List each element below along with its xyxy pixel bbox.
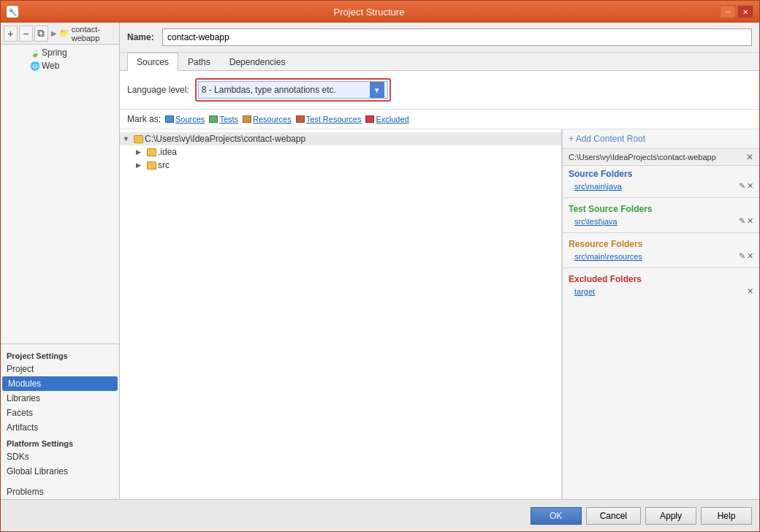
resource-folder-row: src\main\resources ✎ ✕	[569, 251, 753, 262]
title-bar-left: 🔧	[7, 6, 18, 18]
mark-tests-button[interactable]: Tests	[209, 115, 238, 123]
file-tree-src[interactable]: ▶ src	[120, 159, 561, 172]
test-folders-title: Test Source Folders	[569, 204, 753, 214]
sidebar-toolbar: + − ⧉ ▶ 📁 contact-webapp	[1, 23, 119, 45]
src-folder-icon	[147, 162, 156, 170]
file-tree-idea[interactable]: ▶ .idea	[120, 145, 561, 159]
content-roots-panel: + Add Content Root C:\Users\vy\IdeaProje…	[562, 129, 759, 499]
test-folder-row: src\test\java ✎ ✕	[569, 216, 753, 227]
resources-icon	[243, 115, 251, 123]
excluded-folders-title: Excluded Folders	[569, 274, 753, 284]
file-tree: ▼ C:\Users\vy\IdeaProjects\contact-webap…	[120, 129, 562, 499]
module-name: contact-webapp	[72, 25, 116, 42]
platform-settings-section-label: Platform Settings	[1, 435, 119, 449]
tab-sources[interactable]: Sources	[127, 53, 178, 71]
ok-button[interactable]: OK	[531, 507, 582, 525]
content-roots-header: + Add Content Root	[563, 129, 759, 149]
root-path-label: C:\Users\vy\IdeaProjects\contact-webapp	[145, 134, 305, 144]
excluded-folder-path[interactable]: target	[574, 287, 595, 296]
mark-resources-button[interactable]: Resources	[243, 115, 292, 123]
excluded-folder-remove-icon[interactable]: ✕	[747, 286, 753, 296]
excluded-folder-row: target ✕	[569, 286, 753, 297]
source-folder-remove-icon[interactable]: ✕	[747, 181, 753, 191]
tab-dependencies[interactable]: Dependencies	[220, 53, 295, 71]
idea-label: .idea	[158, 147, 177, 157]
name-label: Name:	[127, 32, 156, 42]
resource-folders-section: Resource Folders src\main\resources ✎ ✕	[563, 236, 759, 265]
cancel-button[interactable]: Cancel	[586, 507, 641, 525]
project-settings-section-label: Project Settings	[1, 347, 119, 362]
sep-3	[563, 267, 759, 268]
source-folder-row: src\main\java ✎ ✕	[569, 180, 753, 191]
excluded-folder-actions: ✕	[747, 286, 753, 296]
sidebar: + − ⧉ ▶ 📁 contact-webapp 🍃 Spring	[1, 23, 120, 499]
test-resources-icon	[296, 115, 305, 123]
sources-tab-content: Language level: 8 - Lambdas, type annota…	[120, 71, 759, 499]
window-title: Project Structure	[18, 7, 720, 18]
src-label: src	[158, 160, 170, 170]
language-select[interactable]: 8 - Lambdas, type annotations etc. ▼	[198, 81, 388, 99]
test-folder-remove-icon[interactable]: ✕	[747, 216, 753, 226]
close-button[interactable]: ✕	[737, 5, 753, 18]
minimize-button[interactable]: ─	[720, 5, 736, 18]
content-root-close-button[interactable]: ✕	[746, 152, 753, 162]
language-row: Language level: 8 - Lambdas, type annota…	[120, 71, 759, 110]
mark-excluded-button[interactable]: Excluded	[365, 115, 408, 123]
sidebar-item-artifacts[interactable]: Artifacts	[1, 420, 119, 435]
test-folder-actions: ✎ ✕	[739, 216, 753, 226]
language-select-container: 8 - Lambdas, type annotations etc. ▼	[195, 78, 391, 102]
sidebar-item-global-libraries[interactable]: Global Libraries	[1, 464, 119, 479]
sidebar-item-facets[interactable]: Facets	[1, 406, 119, 420]
resource-folder-remove-icon[interactable]: ✕	[747, 251, 753, 261]
sidebar-item-modules[interactable]: Modules	[2, 376, 118, 391]
idea-folder-icon	[147, 148, 156, 156]
language-select-value: 8 - Lambdas, type annotations etc.	[202, 85, 367, 95]
tree-item-web[interactable]: 🌐 Web	[1, 59, 119, 72]
copy-module-button[interactable]: ⧉	[34, 26, 48, 42]
source-folder-edit-icon[interactable]: ✎	[739, 181, 745, 191]
bottom-bar: OK Cancel Apply Help	[1, 499, 759, 531]
sidebar-item-sdks[interactable]: SDKs	[1, 449, 119, 464]
app-icon: 🔧	[7, 6, 18, 18]
resource-folder-edit-icon[interactable]: ✎	[739, 251, 745, 261]
remove-module-button[interactable]: −	[19, 26, 33, 42]
mark-as-label: Mark as:	[127, 114, 161, 124]
add-content-root-button[interactable]: + Add Content Root	[569, 134, 645, 144]
resource-folder-actions: ✎ ✕	[739, 251, 753, 261]
resource-folders-title: Resource Folders	[569, 239, 753, 249]
content-root-path-row: C:\Users\vy\IdeaProjects\contact-webapp …	[563, 149, 759, 166]
main-content: + − ⧉ ▶ 📁 contact-webapp 🍃 Spring	[1, 23, 759, 499]
content-root-path: C:\Users\vy\IdeaProjects\contact-webapp	[569, 153, 716, 162]
test-folder-path[interactable]: src\test\java	[574, 217, 618, 226]
tests-icon	[209, 115, 218, 123]
tree-section: ▼ C:\Users\vy\IdeaProjects\contact-webap…	[120, 129, 759, 499]
name-input[interactable]	[162, 28, 752, 46]
sidebar-item-problems[interactable]: Problems	[1, 484, 119, 499]
resource-folder-path[interactable]: src\main\resources	[574, 252, 642, 261]
add-module-button[interactable]: +	[4, 26, 18, 42]
tab-paths[interactable]: Paths	[178, 53, 220, 71]
title-bar: 🔧 Project Structure ─ ✕	[1, 1, 759, 23]
excluded-icon	[365, 115, 374, 123]
mark-test-resources-button[interactable]: Test Resources	[296, 115, 362, 123]
spring-label: Spring	[42, 48, 67, 58]
mark-as-row: Mark as: Sources Tests Resources	[120, 110, 759, 129]
excluded-folders-section: Excluded Folders target ✕	[563, 271, 759, 300]
root-folder-icon	[134, 135, 143, 143]
title-bar-controls: ─ ✕	[720, 5, 753, 18]
main-panel: Name: Sources Paths Dependencies Languag…	[120, 23, 759, 499]
tree-item-spring[interactable]: 🍃 Spring	[1, 46, 119, 59]
source-folder-actions: ✎ ✕	[739, 181, 753, 191]
sidebar-item-project[interactable]: Project	[1, 362, 119, 376]
test-folder-edit-icon[interactable]: ✎	[739, 216, 745, 226]
mark-sources-button[interactable]: Sources	[165, 115, 205, 123]
apply-button[interactable]: Apply	[645, 507, 696, 525]
help-button[interactable]: Help	[701, 507, 752, 525]
source-folders-section: Source Folders src\main\java ✎ ✕	[563, 166, 759, 194]
source-folder-path[interactable]: src\main\java	[574, 182, 622, 191]
file-tree-root[interactable]: ▼ C:\Users\vy\IdeaProjects\contact-webap…	[120, 132, 561, 145]
language-select-arrow-icon[interactable]: ▼	[370, 82, 384, 98]
test-folders-section: Test Source Folders src\test\java ✎ ✕	[563, 201, 759, 229]
project-structure-window: 🔧 Project Structure ─ ✕ + − ⧉ ▶ 📁 contac…	[0, 0, 760, 532]
sidebar-item-libraries[interactable]: Libraries	[1, 391, 119, 406]
